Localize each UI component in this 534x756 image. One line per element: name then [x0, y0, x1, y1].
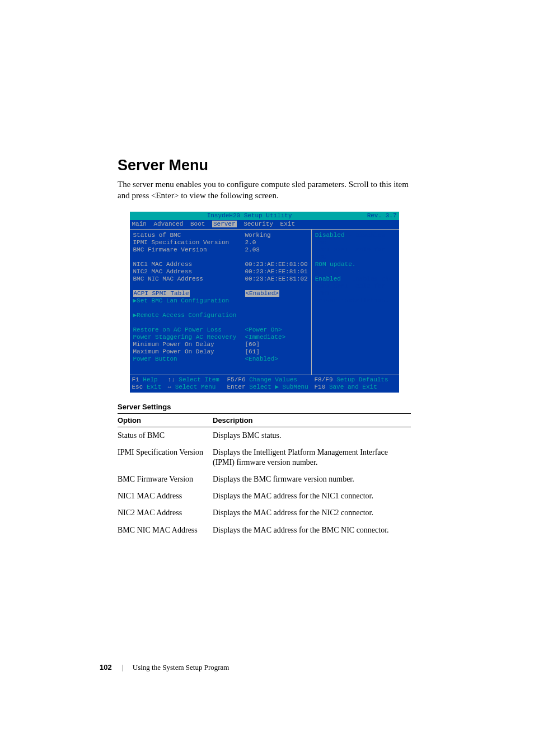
footer-action: Change Values [249, 376, 297, 383]
table-row: BMC NIC MAC AddressDisplays the MAC addr… [118, 522, 411, 539]
tab-exit: Exit [280, 221, 295, 227]
desc-cell: Displays the MAC address for the NIC2 co… [213, 505, 411, 521]
row-label: IPMI Specification Version [133, 239, 245, 246]
footer-action: Select Item [179, 376, 219, 383]
footer-key: F10 [315, 384, 326, 390]
submenu-link: ▶Set BMC Lan Configuration [133, 297, 229, 305]
row-label: NIC2 MAC Address [133, 268, 245, 276]
row-value: <Power On> [245, 326, 308, 334]
selected-value: <Enabled> [245, 290, 279, 297]
tab-security: Security [243, 221, 273, 227]
desc-cell: Displays the MAC address for the BMC NIC… [213, 522, 411, 539]
footer-action: Setup Defaults [336, 376, 388, 383]
footer-sep: | [121, 663, 123, 671]
row-value: [61] [245, 348, 308, 356]
option-cell: BMC Firmware Version [118, 471, 213, 488]
footer-action: Select ▶ SubMenu [249, 384, 308, 390]
row-value: 00:23:AE:EE:81:01 [245, 268, 308, 276]
footer-action: Select Menu [175, 384, 216, 390]
option-cell: Status of BMC [118, 427, 213, 444]
footer-key: Enter [227, 384, 246, 390]
footer-key: Esc [132, 384, 143, 390]
table-caption: Server Settings [118, 403, 411, 411]
bios-screenshot: InsydeH20 Setup Utility Rev. 3.7 Main Ad… [130, 212, 399, 393]
footer-key: F8/F9 [315, 376, 333, 383]
row-value: <Enabled> [245, 356, 308, 363]
page-heading: Server Menu [118, 157, 411, 174]
table-row: Status of BMCDisplays BMC status. [118, 427, 411, 444]
bios-footer: F1 Help ↑↓ Select Item F5/F6 Change Valu… [130, 375, 399, 393]
help-text: Disabled [315, 232, 345, 239]
bios-help-pane: Disabled – Disables the ACPI SPMI Table … [312, 230, 399, 375]
table-row: BMC Firmware VersionDisplays the BMC fir… [118, 471, 411, 488]
option-cell: NIC2 MAC Address [118, 505, 213, 521]
footer-action: Help [143, 376, 157, 383]
tab-advanced: Advanced [154, 221, 184, 227]
row-value: 2.03 [245, 246, 308, 254]
bios-title: InsydeH20 Setup Utility [207, 212, 292, 220]
help-text: ACPI SPMI Table for BMC [315, 246, 396, 261]
row-value: 2.0 [245, 239, 308, 246]
row-label: Restore on AC Power Loss [133, 326, 245, 334]
bios-title-bar: InsydeH20 Setup Utility Rev. 3.7 [130, 212, 399, 220]
row-label: Maximum Power On Delay [133, 348, 245, 356]
desc-cell: Displays the MAC address for the NIC1 co… [213, 488, 411, 505]
footer-key: ↔ [168, 384, 172, 390]
footer-action: Exit [147, 384, 161, 390]
row-value: 00:23:AE:EE:81:02 [245, 276, 308, 283]
bios-rev: Rev. 3.7 [367, 212, 397, 220]
option-cell: NIC1 MAC Address [118, 488, 213, 505]
selected-label: ACPI SPMI Table [133, 290, 190, 297]
help-text: Enabled [315, 276, 341, 282]
help-text: ACPI SPMI Table for IPMI [315, 283, 396, 297]
row-label: Status of BMC [133, 232, 245, 239]
help-text: ROM update. [315, 261, 396, 268]
option-cell: IPMI Specification Version [118, 444, 213, 471]
page-number: 102 [100, 663, 112, 671]
row-label: BMC NIC MAC Address [133, 276, 245, 283]
table-row: NIC2 MAC AddressDisplays the MAC address… [118, 505, 411, 521]
row-label: Power Button [133, 356, 245, 363]
footer-key: F1 [132, 376, 139, 383]
row-label: Power Staggering AC Recovery [133, 334, 245, 341]
page-footer: 102 | Using the System Setup Program [100, 663, 229, 672]
section-title: Using the System Setup Program [133, 663, 229, 671]
bios-left-pane: Status of BMCWorking IPMI Specification … [130, 230, 312, 375]
footer-action: Save and Exit [329, 384, 377, 390]
tab-main: Main [132, 221, 147, 227]
option-cell: BMC NIC MAC Address [118, 522, 213, 539]
settings-table: Option Description Status of BMCDisplays… [118, 413, 411, 539]
col-option: Option [118, 413, 213, 427]
row-value: [60] [245, 341, 308, 348]
row-value: 00:23:AE:EE:81:00 [245, 261, 308, 268]
row-value: Working [245, 232, 308, 239]
desc-cell: Displays the BMC firmware version number… [213, 471, 411, 488]
bios-tabs: Main Advanced Boot Server Security Exit [130, 220, 399, 229]
intro-text: The server menu enables you to configure… [118, 179, 411, 202]
footer-key: ↑↓ [168, 376, 175, 383]
footer-key: F5/F6 [227, 376, 246, 383]
tab-boot: Boot [190, 221, 205, 227]
row-label: BMC Firmware Version [133, 246, 245, 254]
table-row: NIC1 MAC AddressDisplays the MAC address… [118, 488, 411, 505]
table-row: IPMI Specification VersionDisplays the I… [118, 444, 411, 471]
desc-cell: Displays the Intelligent Platform Manage… [213, 444, 411, 471]
row-label: Minimum Power On Delay [133, 341, 245, 348]
submenu-link: ▶Remote Access Configuration [133, 312, 237, 319]
desc-cell: Displays BMC status. [213, 427, 411, 444]
col-description: Description [213, 413, 411, 427]
help-text: – Enables the [341, 276, 392, 282]
row-label: NIC1 MAC Address [133, 261, 245, 268]
help-text: driver installation. [315, 297, 396, 305]
tab-server: Server [212, 221, 237, 227]
row-value: <Immediate> [245, 334, 308, 341]
